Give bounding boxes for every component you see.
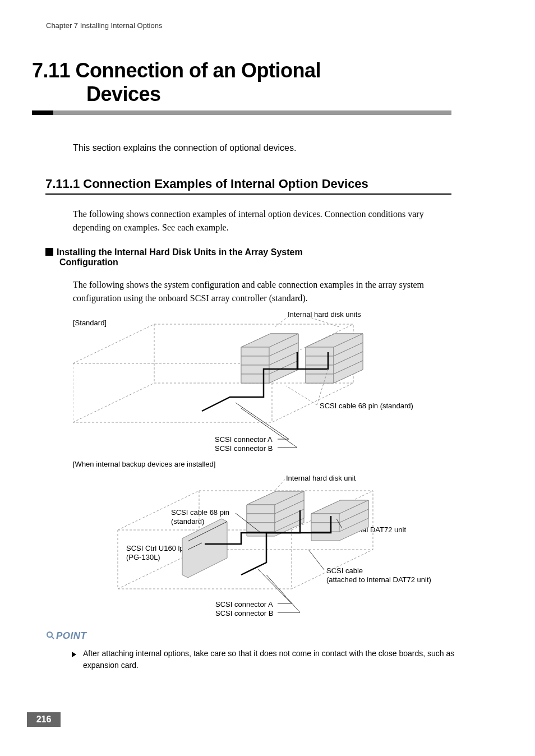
svg-line-64 bbox=[258, 569, 292, 603]
svg-line-66 bbox=[266, 575, 300, 612]
svg-marker-56 bbox=[182, 519, 227, 578]
svg-marker-21 bbox=[306, 356, 334, 365]
svg-marker-52 bbox=[311, 514, 339, 523]
chapter-header: Chapter 7 Installing Internal Options bbox=[46, 21, 162, 30]
section-number: 7.11 bbox=[32, 59, 76, 82]
svg-marker-48 bbox=[247, 523, 275, 532]
point-text: After attaching internal options, take c… bbox=[73, 648, 462, 671]
svg-line-30 bbox=[236, 403, 289, 439]
diagram1-svg bbox=[73, 307, 465, 453]
svg-marker-19 bbox=[306, 347, 334, 356]
svg-marker-15 bbox=[241, 374, 269, 383]
svg-marker-69 bbox=[72, 652, 76, 657]
point-callout-label: POINT bbox=[46, 630, 86, 643]
svg-line-62 bbox=[308, 550, 324, 570]
svg-marker-25 bbox=[306, 374, 334, 383]
subheading-array-config: Installing the Internal Hard Disk Units … bbox=[45, 247, 303, 268]
section-title-line2: Devices bbox=[86, 82, 451, 106]
page-number: 216 bbox=[27, 712, 61, 727]
subsection-intro: The following shows connection examples … bbox=[73, 208, 451, 234]
square-bullet-icon bbox=[45, 248, 53, 256]
section-intro: This section explains the connection of … bbox=[73, 143, 296, 153]
title-underline bbox=[32, 110, 451, 115]
subsection-title: 7.11.1 Connection Examples of Internal O… bbox=[45, 177, 368, 191]
diagram2-svg bbox=[73, 460, 465, 623]
subheading-description: The following shows the system configura… bbox=[73, 278, 451, 305]
svg-marker-46 bbox=[247, 514, 275, 523]
section-title-line1: Connection of an Optional bbox=[76, 59, 321, 82]
triangle-bullet-icon bbox=[72, 649, 76, 661]
svg-marker-54 bbox=[311, 523, 339, 532]
svg-line-28 bbox=[308, 317, 339, 327]
svg-marker-11 bbox=[241, 356, 269, 365]
svg-point-67 bbox=[47, 632, 52, 637]
svg-line-68 bbox=[52, 637, 54, 639]
magnifier-icon bbox=[46, 631, 55, 643]
section-title-block: 7.11 Connection of an Optional Devices bbox=[32, 59, 451, 106]
svg-marker-9 bbox=[241, 347, 269, 356]
diagram-standard: [Standard] Internal hard disk units SCSI… bbox=[73, 307, 462, 453]
diagram-backup-installed: [When internal backup devices are instal… bbox=[73, 460, 462, 620]
svg-marker-44 bbox=[247, 505, 275, 514]
svg-line-58 bbox=[275, 480, 285, 491]
subsection-underline bbox=[45, 193, 451, 195]
svg-line-32 bbox=[241, 408, 297, 448]
svg-line-33 bbox=[286, 386, 317, 405]
svg-line-27 bbox=[275, 317, 288, 327]
svg-line-4 bbox=[73, 383, 154, 422]
